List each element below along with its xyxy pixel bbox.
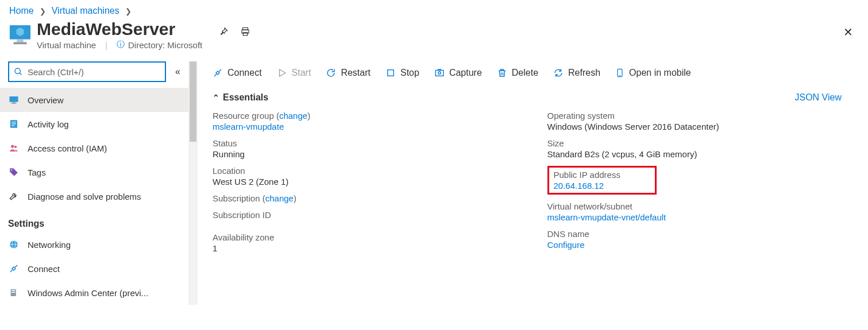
status-value: Running bbox=[213, 149, 524, 159]
toolbar-label: Capture bbox=[449, 68, 482, 78]
svg-rect-23 bbox=[11, 290, 15, 292]
rg-label: Resource group (change) bbox=[213, 111, 524, 121]
breadcrumb-vms[interactable]: Virtual machines bbox=[52, 6, 119, 16]
stop-button[interactable]: Stop bbox=[385, 68, 419, 78]
os-value: Windows (Windows Server 2016 Datacenter) bbox=[547, 122, 859, 131]
json-view-link[interactable]: JSON View bbox=[794, 92, 842, 103]
plug-icon bbox=[213, 68, 223, 78]
toolbar-label: Refresh bbox=[568, 68, 600, 78]
toolbar-label: Start bbox=[292, 68, 311, 78]
scrollbar-thumb[interactable] bbox=[190, 61, 196, 142]
sidebar-item-label: Activity log bbox=[28, 119, 69, 129]
search-icon bbox=[14, 67, 23, 76]
delete-button[interactable]: Delete bbox=[497, 68, 538, 78]
svg-rect-1 bbox=[17, 40, 23, 42]
svg-rect-6 bbox=[243, 33, 248, 36]
az-label: Availability zone bbox=[213, 232, 524, 242]
mobile-icon bbox=[615, 68, 624, 78]
connect-button[interactable]: Connect bbox=[213, 68, 262, 78]
sidebar-item-label: Windows Admin Center (previ... bbox=[28, 288, 148, 298]
main-content: Connect Start Restart Stop Capture Delet… bbox=[198, 61, 868, 305]
svg-point-7 bbox=[15, 68, 20, 73]
info-icon: ⓘ bbox=[117, 40, 125, 50]
size-value: Standard B2s (2 vcpus, 4 GiB memory) bbox=[547, 149, 859, 159]
sub-change-link[interactable]: change bbox=[265, 193, 294, 203]
restart-icon bbox=[326, 68, 336, 78]
essentials-toggle[interactable]: ⌃ Essentials bbox=[213, 92, 268, 103]
sidebar-item-overview[interactable]: Overview bbox=[0, 88, 188, 112]
svg-rect-9 bbox=[10, 96, 18, 102]
resource-type: Virtual machine bbox=[37, 40, 96, 50]
trash-icon bbox=[497, 68, 507, 78]
size-label: Size bbox=[547, 138, 859, 148]
sidebar-item-activity[interactable]: Activity log bbox=[0, 112, 188, 136]
sidebar-item-diagnose[interactable]: Diagnose and solve problems bbox=[0, 184, 188, 208]
sidebar-item-label: Tags bbox=[28, 168, 46, 177]
sidebar-item-tags[interactable]: Tags bbox=[0, 160, 188, 184]
print-icon[interactable] bbox=[240, 26, 250, 39]
svg-point-18 bbox=[11, 169, 12, 170]
location-label: Location bbox=[213, 166, 524, 176]
subscription-id-label: Subscription ID bbox=[213, 210, 524, 220]
dns-label: DNS name bbox=[547, 229, 859, 239]
monitor-icon bbox=[8, 94, 20, 106]
essentials-col-right: Operating system Windows (Windows Server… bbox=[547, 111, 859, 260]
svg-rect-26 bbox=[388, 70, 394, 76]
play-icon bbox=[277, 68, 287, 78]
pip-label: Public IP address bbox=[554, 170, 650, 180]
start-button: Start bbox=[277, 68, 311, 78]
people-icon bbox=[8, 142, 20, 154]
essentials-heading: Essentials bbox=[223, 92, 268, 103]
stop-icon bbox=[385, 68, 396, 78]
pin-icon[interactable] bbox=[218, 26, 229, 39]
mobile-button[interactable]: Open in mobile bbox=[615, 68, 691, 78]
search-placeholder: Search (Ctrl+/) bbox=[28, 67, 84, 77]
os-label: Operating system bbox=[547, 111, 859, 121]
scrollbar[interactable] bbox=[188, 61, 198, 305]
svg-rect-11 bbox=[11, 103, 17, 104]
sidebar-item-networking[interactable]: Networking bbox=[0, 232, 188, 257]
sidebar-item-iam[interactable]: Access control (IAM) bbox=[0, 136, 188, 160]
toolbar-label: Delete bbox=[512, 68, 538, 78]
sidebar-item-connect[interactable]: Connect bbox=[0, 257, 188, 281]
plug-icon bbox=[8, 263, 20, 274]
svg-point-16 bbox=[11, 145, 14, 147]
breadcrumb: Home ❯ Virtual machines ❯ bbox=[0, 0, 868, 16]
vnet-value[interactable]: mslearn-vmupdate-vnet/default bbox=[547, 212, 666, 222]
chevron-right-icon: ❯ bbox=[125, 7, 132, 15]
directory-label: Directory: Microsoft bbox=[128, 40, 202, 50]
restart-button[interactable]: Restart bbox=[326, 68, 371, 78]
capture-button[interactable]: Capture bbox=[434, 68, 482, 78]
svg-point-17 bbox=[14, 146, 17, 148]
capture-icon bbox=[434, 68, 445, 78]
close-icon[interactable]: ✕ bbox=[843, 25, 853, 39]
vnet-label: Virtual network/subnet bbox=[547, 201, 859, 211]
status-label: Status bbox=[213, 138, 524, 148]
search-input[interactable]: Search (Ctrl+/) bbox=[8, 61, 166, 82]
chevron-right-icon: ❯ bbox=[40, 7, 46, 15]
divider: | bbox=[105, 40, 107, 50]
svg-rect-27 bbox=[435, 71, 443, 76]
toolbar-label: Open in mobile bbox=[629, 68, 691, 78]
refresh-icon bbox=[553, 68, 564, 78]
svg-marker-25 bbox=[279, 69, 286, 76]
svg-rect-10 bbox=[13, 102, 16, 103]
sidebar-item-wac[interactable]: Windows Admin Center (previ... bbox=[0, 281, 188, 305]
refresh-button[interactable]: Refresh bbox=[553, 68, 600, 78]
az-value: 1 bbox=[213, 243, 524, 253]
sidebar-item-label: Diagnose and solve problems bbox=[28, 192, 141, 201]
chevron-up-icon: ⌃ bbox=[213, 93, 219, 102]
sidebar-item-label: Overview bbox=[28, 95, 64, 105]
sidebar-item-label: Access control (IAM) bbox=[28, 143, 107, 153]
pip-value[interactable]: 20.64.168.12 bbox=[554, 181, 604, 191]
breadcrumb-home[interactable]: Home bbox=[9, 6, 34, 16]
dns-value[interactable]: Configure bbox=[547, 240, 585, 250]
svg-rect-15 bbox=[11, 125, 14, 126]
server-icon bbox=[8, 287, 20, 298]
essentials-col-left: Resource group (change) mslearn-vmupdate… bbox=[213, 111, 524, 260]
collapse-sidebar-icon[interactable]: « bbox=[175, 67, 180, 77]
toolbar: Connect Start Restart Stop Capture Delet… bbox=[213, 61, 859, 84]
toolbar-label: Stop bbox=[400, 68, 419, 78]
rg-value[interactable]: mslearn-vmupdate bbox=[213, 122, 284, 131]
rg-change-link[interactable]: change bbox=[279, 111, 307, 121]
